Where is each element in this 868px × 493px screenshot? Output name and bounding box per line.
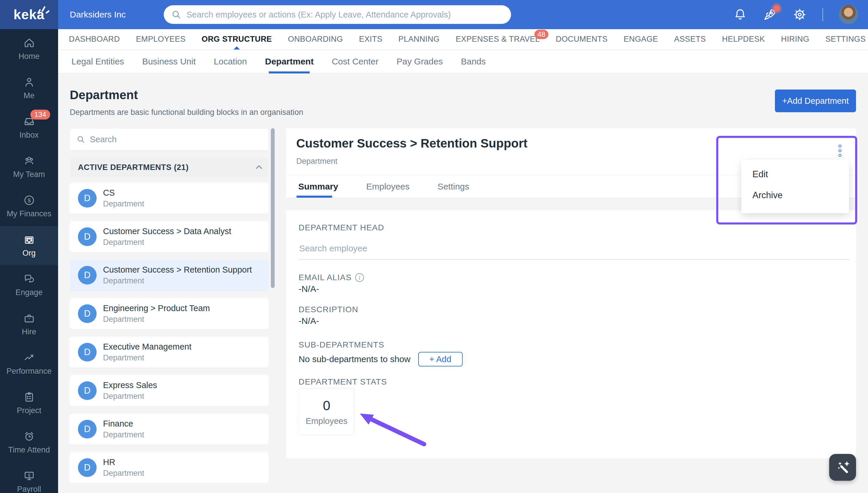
detail-tab[interactable]: Employees [366,175,409,198]
department-name: Finance [103,419,144,429]
nav-item[interactable]: EMPLOYEES [136,29,186,49]
nav-item[interactable]: HIRING [781,29,809,49]
user-avatar[interactable] [839,5,858,24]
sidebar-item-me[interactable]: Me [0,68,58,108]
subnav-item[interactable]: Legal Entities [72,49,124,73]
nav-item[interactable]: EXITS [359,29,382,49]
page-content: Department Departments are basic functio… [58,73,868,493]
settings-gear-icon[interactable] [793,7,807,22]
sidebar-item-time-attend[interactable]: Time Attend [0,423,58,462]
department-head-search-input[interactable] [299,240,849,260]
header-divider [823,8,823,21]
department-name: Executive Management [103,342,191,351]
subnav-item[interactable]: Bands [461,49,486,73]
nav-item-label: HIRING [781,35,809,44]
nav-item[interactable]: EXPENSES & TRAVEL 48 [456,29,540,49]
home-icon [23,37,35,49]
sidebar-item-home[interactable]: Home [0,29,58,68]
sidebar-item-inbox[interactable]: 134 Inbox [0,108,58,147]
nav-item-label: ONBOARDING [288,35,343,44]
sidebar-item-my-finances[interactable]: $ My Finances [0,187,58,226]
menu-item[interactable]: Archive [741,185,849,206]
department-list-item[interactable]: D Finance Department [70,414,268,445]
sidebar-item-my-team[interactable]: My Team [0,147,58,187]
add-sub-department-button[interactable]: + Add [418,352,463,366]
subnav-item-label: Location [214,57,247,66]
detail-tab[interactable]: Summary [298,175,338,198]
subnav-item[interactable]: Department [265,49,314,73]
search-icon [171,9,181,20]
nav-item[interactable]: ASSETS [674,29,706,49]
department-avatar: D [78,228,97,246]
department-avatar: D [78,458,97,477]
nav-item[interactable]: ONBOARDING [288,29,343,49]
briefcase-icon [23,312,35,324]
page-subtitle: Departments are basic functional buildin… [70,108,303,117]
detail-tab-label: Settings [438,181,469,192]
list-scrollbar-thumb[interactable] [271,128,275,288]
subnav-item-label: Pay Grades [397,57,443,66]
department-search-input[interactable] [90,135,262,144]
department-head-search[interactable] [299,240,849,260]
magic-wand-icon [835,459,850,475]
subnav-item-label: Business Unit [142,57,196,66]
department-name: CS [103,188,144,198]
department-list-item[interactable]: D Express Sales Department [70,375,268,406]
department-type: Department [103,392,157,401]
department-stats-label: DEPARTMENT STATS [299,377,387,387]
nav-item[interactable]: PLANNING [398,29,440,49]
info-icon[interactable]: i [355,273,364,282]
department-search[interactable] [70,128,268,150]
subnav-item-label: Legal Entities [72,57,124,66]
active-departments-title: ACTIVE DEPARTMENTS (21) [78,163,188,172]
department-list-item[interactable]: D Customer Success > Data Analyst Depart… [70,221,268,252]
svg-text:$: $ [27,197,31,203]
detail-tab[interactable]: Settings [438,175,469,198]
company-name: Darksiders Inc [70,9,126,20]
left-sidebar: Home Me 134 Inbox My Team $ My Finances … [0,29,58,493]
department-list-item[interactable]: D Customer Success > Retention Support D… [70,260,268,291]
department-name: Express Sales [103,381,157,390]
department-list-item[interactable]: D Engineering > Product Team Department [70,298,268,329]
global-search-input[interactable] [186,10,503,20]
sidebar-item-performance[interactable]: Performance [0,344,58,383]
keka-logo[interactable]: keka [0,0,58,29]
sidebar-item-project[interactable]: Project [0,383,58,423]
department-list-item[interactable]: D HR Department [70,452,268,483]
subnav-item[interactable]: Business Unit [142,49,196,73]
department-list-item[interactable]: D CS Department [70,183,268,214]
sidebar-item-hire[interactable]: Hire [0,305,58,344]
nav-item-label: DASHBOARD [69,35,120,44]
whats-new-rocket-icon[interactable] [763,7,777,22]
nav-item[interactable]: ORG STRUCTURE [202,29,272,49]
department-name: Engineering > Product Team [103,303,210,313]
nav-item-label: PLANNING [398,35,440,44]
subnav-item[interactable]: Location [214,49,247,73]
global-search[interactable] [164,5,511,24]
nav-item[interactable]: HELPDESK [722,29,765,49]
department-type: Department [103,199,144,209]
notifications-bell-icon[interactable] [733,7,747,22]
subnav-item[interactable]: Pay Grades [397,49,443,73]
nav-item[interactable]: ENGAGE [624,29,658,49]
sidebar-item-payroll[interactable]: $ Payroll [0,462,58,493]
subnav-item-label: Cost Center [332,57,379,66]
sub-departments-label: SUB-DEPARTMENTS [299,340,384,349]
subnav-item[interactable]: Cost Center [332,49,379,73]
sidebar-item-engage[interactable]: Engage [0,265,58,305]
department-type: Department [103,469,144,478]
department-list-item[interactable]: D Executive Management Department [70,337,268,368]
add-department-button[interactable]: +Add Department [775,89,856,112]
nav-item[interactable]: DASHBOARD [69,29,120,49]
nav-item[interactable]: DOCUMENTS [556,29,608,49]
menu-item[interactable]: Edit [741,164,849,185]
department-name: Customer Success > Data Analyst [103,227,231,236]
subnav-item-label: Bands [461,57,486,66]
active-departments-header[interactable]: ACTIVE DEPARTMENTS (21) [70,158,268,177]
nav-item-label: ENGAGE [624,35,658,44]
magic-wand-fab[interactable] [829,454,856,481]
sidebar-item-org[interactable]: Org [0,226,58,265]
kebab-menu-icon[interactable] [839,145,842,157]
rocket-badge-dot [773,5,780,12]
nav-item[interactable]: SETTINGS [825,29,866,49]
